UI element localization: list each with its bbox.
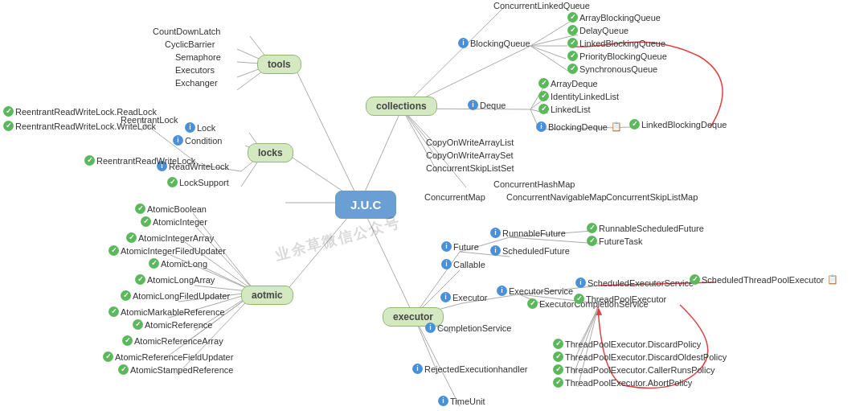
callable-node: i Callable: [441, 259, 485, 269]
executor-icon: i: [440, 292, 451, 302]
arraydeque-icon: ✓: [538, 78, 549, 88]
atomicstamped-node: ✓ AtomicStampedReference: [118, 364, 233, 375]
threadpoolexecutor-icon: ✓: [574, 294, 584, 304]
svg-line-20: [530, 22, 570, 46]
arraydeque-node: ✓ ArrayDeque: [538, 78, 598, 88]
svg-line-23: [530, 46, 566, 59]
collections-label: collections: [366, 97, 437, 116]
threadpoolexecutor-node: ✓ ThreadPoolExecutor: [574, 294, 666, 304]
scheduledexecutorservice-icon: i: [575, 277, 586, 288]
copyonwritesets-node: CopyOnWriteArraySet: [426, 150, 514, 160]
reentrantreadwritelock-node: ✓ ReentrantReadWriteLock: [84, 155, 195, 166]
atomiclongarray-node: ✓ AtomicLongArray: [135, 274, 215, 285]
atomicintegerarray-icon: ✓: [126, 232, 137, 243]
atomicboolean-node: ✓ AtomicBoolean: [135, 203, 207, 214]
scheduledthreadpool-note: 📋: [827, 274, 838, 285]
future-node: i Future: [441, 241, 479, 252]
timeunit-node: i TimeUnit: [438, 396, 485, 406]
svg-line-31: [402, 8, 503, 109]
discardoldest-icon: ✓: [553, 351, 563, 362]
atomicrefarray-icon: ✓: [122, 335, 133, 346]
atomicref-icon: ✓: [133, 319, 143, 330]
executorservice-icon: i: [497, 286, 507, 296]
runnablescheduledfuture-icon: ✓: [587, 223, 597, 233]
center-label: J.U.C: [335, 191, 396, 219]
locksupport-node: ✓ LockSupport: [167, 177, 229, 187]
scheduledfuture-node: i ScheduledFuture: [490, 245, 570, 256]
callable-icon: i: [441, 259, 452, 269]
arraybq-icon: ✓: [567, 12, 578, 23]
locks-category: locks: [248, 143, 293, 162]
blockingqueue-node: i BlockingQueue: [458, 38, 530, 48]
svg-line-24: [530, 46, 569, 72]
completionservice-icon: i: [425, 323, 436, 333]
delayqueue-icon: ✓: [567, 25, 578, 35]
svg-line-57: [510, 237, 599, 244]
rejectedhandler-icon: i: [412, 364, 423, 374]
svg-line-5: [360, 203, 414, 316]
cyclicbarrier-node: CyclicBarrier: [165, 39, 215, 49]
runnablefuture-icon: i: [490, 228, 501, 238]
concurrentlinkedqueue-node: ConcurrentLinkedQueue: [493, 1, 590, 10]
executors-node: Executors: [175, 65, 215, 75]
completionservice-node: i CompletionService: [425, 323, 511, 333]
rejectedhandler-node: i RejectedExecutionhandler: [412, 364, 527, 374]
identitylinkedlist-node: ✓ IdentityLinkedList: [538, 91, 619, 101]
linkedbq-node: ✓ LinkedBlockingQueue: [567, 38, 665, 48]
callerruns-node: ✓ ThreadPoolExecutor.CallerRunsPolicy: [553, 364, 714, 375]
futuretask-icon: ✓: [587, 236, 597, 246]
prioritybq-node: ✓ PriorityBlockingQueue: [567, 51, 667, 61]
atomicstamped-icon: ✓: [118, 364, 129, 375]
atomicboolean-icon: ✓: [135, 203, 145, 214]
atomiclongfileupdater-node: ✓ AtomicLongFiledUpdater: [121, 290, 230, 301]
watermark: 业余草微信公众号: [273, 213, 403, 265]
scheduledthreadpool-node: ✓ ScheduledThreadPoolExecutor 📋: [690, 274, 838, 285]
aotmic-label: aotmic: [241, 286, 293, 305]
delayqueue-node: ✓ DelayQueue: [567, 25, 628, 35]
aotmic-category: aotmic: [241, 286, 293, 305]
readlock-icon: ✓: [3, 106, 14, 117]
abortpolicy-icon: ✓: [553, 377, 563, 388]
collections-category: collections: [366, 97, 437, 116]
svg-line-35: [402, 109, 466, 187]
future-icon: i: [441, 241, 452, 252]
linkedbq-icon: ✓: [567, 38, 578, 48]
runnablescheduledfuture-node: ✓ RunnableScheduledFuture: [587, 223, 704, 233]
atomiclongarray-icon: ✓: [135, 274, 145, 285]
arraybq-node: ✓ ArrayBlockingQueue: [567, 12, 661, 23]
atomicref-node: ✓ AtomicReference: [133, 319, 212, 330]
atomicinfileupdater-icon: ✓: [108, 245, 119, 256]
prioritybq-icon: ✓: [567, 51, 578, 61]
rwlock-icon: ✓: [84, 155, 95, 166]
scheduledthreadpool-icon: ✓: [690, 274, 700, 285]
atomicmarkable-icon: ✓: [108, 306, 119, 317]
callerruns-icon: ✓: [553, 364, 563, 375]
tools-label: tools: [257, 55, 301, 74]
diagram-container: J.U.C 业余草微信公众号 tools CountDownLatch Cycl…: [0, 0, 868, 411]
exchanger-node: Exchanger: [175, 78, 218, 88]
writelock-icon: ✓: [3, 121, 14, 131]
concurrentmap-node: ConcurrentMap: [424, 192, 485, 202]
deque-node: i Deque: [468, 100, 506, 110]
blockingdeque-note: 📋: [611, 121, 622, 132]
atomicinteger-node: ✓ AtomicInteger: [141, 216, 207, 227]
atomicreffileupdater-icon: ✓: [103, 351, 113, 362]
scheduledfuture-icon: i: [490, 245, 501, 256]
lock-icon: i: [185, 122, 195, 133]
blockingdeque-node: i BlockingDeque 📋: [536, 121, 622, 132]
deque-icon: i: [468, 100, 478, 110]
synchronousq-icon: ✓: [567, 64, 578, 74]
blockingdeque-icon: i: [536, 121, 547, 132]
timeunit-icon: i: [438, 396, 448, 406]
blockingqueue-icon: i: [458, 38, 469, 48]
linkedblockingdeque-icon: ✓: [629, 119, 640, 129]
abortpolicy-node: ✓ ThreadPoolExecutor.AbortPolicy: [553, 377, 692, 388]
connections-svg: [0, 0, 868, 411]
countdownlatch-node: CountDownLatch: [153, 27, 220, 36]
concurrenthashmap-node: ConcurrentHashMap: [493, 179, 575, 189]
discardpolicy-icon: ✓: [553, 339, 563, 349]
lock-node: i Lock: [185, 122, 215, 133]
svg-line-0: [293, 64, 360, 203]
atomicintegerarray-node: ✓ AtomicIntegerArray: [126, 232, 214, 243]
locksupport-icon: ✓: [167, 177, 178, 187]
